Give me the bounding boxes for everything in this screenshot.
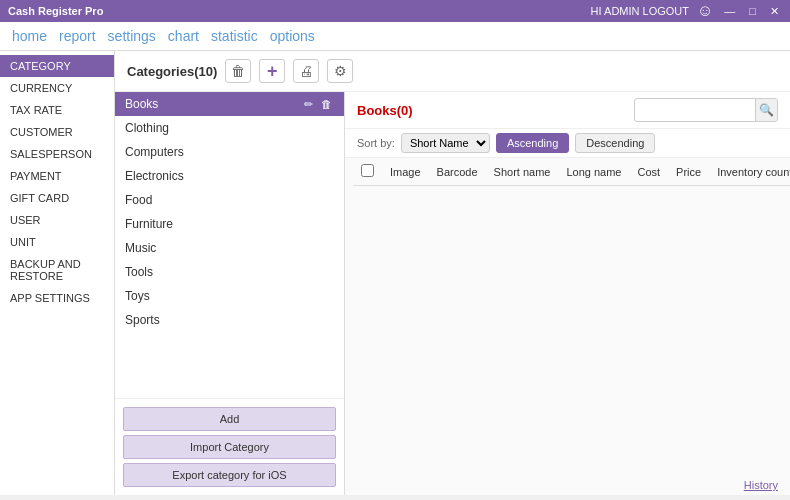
title-bar-controls: HI ADMIN LOGOUT ☺ — □ ✕: [591, 2, 782, 20]
category-item-computers[interactable]: Computers: [115, 140, 344, 164]
category-header: Categories(10) 🗑 + 🖨 ⚙: [115, 51, 790, 92]
category-item-electronics[interactable]: Electronics: [115, 164, 344, 188]
user-info: HI ADMIN LOGOUT: [591, 5, 689, 17]
search-button[interactable]: 🔍: [755, 99, 777, 121]
sidebar-item-customer[interactable]: CUSTOMER: [0, 121, 114, 143]
product-table: Image Barcode Short name Long name Cost …: [353, 158, 790, 186]
category-name: Food: [125, 193, 152, 207]
close-button[interactable]: ✕: [767, 5, 782, 18]
th-shortname: Short name: [486, 158, 559, 186]
sidebar-item-category[interactable]: CATEGORY: [0, 55, 114, 77]
settings-button[interactable]: ⚙: [327, 59, 353, 83]
category-item-actions: ✏🗑: [302, 98, 334, 111]
category-item-furniture[interactable]: Furniture: [115, 212, 344, 236]
sidebar: CATEGORYCURRENCYTAX RATECUSTOMERSALESPER…: [0, 51, 115, 495]
import-category-button[interactable]: Import Category: [123, 435, 336, 459]
add-category-button[interactable]: +: [259, 59, 285, 83]
right-panel: Books(0) 🔍 Sort by: Short Name Long Name…: [345, 92, 790, 495]
edit-category-button[interactable]: ✏: [302, 98, 315, 111]
add-button[interactable]: Add: [123, 407, 336, 431]
ascending-button[interactable]: Ascending: [496, 133, 569, 153]
category-name: Furniture: [125, 217, 173, 231]
table-header-row: Image Barcode Short name Long name Cost …: [353, 158, 790, 186]
nav-link-home[interactable]: home: [12, 28, 47, 44]
sidebar-item-tax-rate[interactable]: TAX RATE: [0, 99, 114, 121]
history-link[interactable]: History: [345, 475, 790, 495]
category-name: Tools: [125, 265, 153, 279]
category-item-music[interactable]: Music: [115, 236, 344, 260]
sidebar-item-unit[interactable]: UNIT: [0, 231, 114, 253]
category-item-sports[interactable]: Sports: [115, 308, 344, 332]
checkbox-col-header: [353, 158, 382, 186]
sort-label: Sort by:: [357, 137, 395, 149]
table-area: Image Barcode Short name Long name Cost …: [345, 158, 790, 475]
th-price: Price: [668, 158, 709, 186]
category-list: Books✏🗑ClothingComputersElectronicsFoodF…: [115, 92, 344, 398]
two-panel: Books✏🗑ClothingComputersElectronicsFoodF…: [115, 92, 790, 495]
delete-button[interactable]: 🗑: [225, 59, 251, 83]
top-nav: homereportsettingschartstatisticoptions: [0, 22, 790, 51]
th-longname: Long name: [558, 158, 629, 186]
select-all-checkbox[interactable]: [361, 164, 374, 177]
nav-link-statistic[interactable]: statistic: [211, 28, 258, 44]
search-box: 🔍: [634, 98, 778, 122]
category-item-food[interactable]: Food: [115, 188, 344, 212]
th-barcode: Barcode: [429, 158, 486, 186]
th-cost: Cost: [629, 158, 668, 186]
category-name: Music: [125, 241, 156, 255]
category-name: Computers: [125, 145, 184, 159]
sidebar-item-user[interactable]: USER: [0, 209, 114, 231]
left-panel: Books✏🗑ClothingComputersElectronicsFoodF…: [115, 92, 345, 495]
app-title: Cash Register Pro: [8, 5, 103, 17]
category-item-tools[interactable]: Tools: [115, 260, 344, 284]
export-category-button[interactable]: Export category for iOS: [123, 463, 336, 487]
sidebar-item-salesperson[interactable]: SALESPERSON: [0, 143, 114, 165]
sort-bar: Sort by: Short Name Long Name Price Cost…: [345, 129, 790, 158]
category-name: Toys: [125, 289, 150, 303]
delete-category-button[interactable]: 🗑: [319, 98, 334, 111]
sidebar-item-currency[interactable]: CURRENCY: [0, 77, 114, 99]
nav-link-report[interactable]: report: [59, 28, 96, 44]
print-button[interactable]: 🖨: [293, 59, 319, 83]
sidebar-item-app-settings[interactable]: APP SETTINGS: [0, 287, 114, 309]
category-name: Electronics: [125, 169, 184, 183]
category-name: Clothing: [125, 121, 169, 135]
minimize-button[interactable]: —: [721, 5, 738, 17]
sidebar-item-payment[interactable]: PAYMENT: [0, 165, 114, 187]
sidebar-item-gift-card[interactable]: GIFT CARD: [0, 187, 114, 209]
category-name: Books: [125, 97, 158, 111]
content-area: Categories(10) 🗑 + 🖨 ⚙ Books✏🗑ClothingCo…: [115, 51, 790, 495]
th-inventory: Inventory count: [709, 158, 790, 186]
right-panel-header: Books(0) 🔍: [345, 92, 790, 129]
descending-button[interactable]: Descending: [575, 133, 655, 153]
categories-title: Categories(10): [127, 64, 217, 79]
smiley-icon: ☺: [697, 2, 713, 20]
books-title: Books(0): [357, 103, 413, 118]
th-image: Image: [382, 158, 429, 186]
nav-link-options[interactable]: options: [270, 28, 315, 44]
main-layout: CATEGORYCURRENCYTAX RATECUSTOMERSALESPER…: [0, 51, 790, 495]
sidebar-item-backup-and-restore[interactable]: BACKUP AND RESTORE: [0, 253, 114, 287]
search-input[interactable]: [635, 104, 755, 116]
category-item-toys[interactable]: Toys: [115, 284, 344, 308]
category-item-clothing[interactable]: Clothing: [115, 116, 344, 140]
category-name: Sports: [125, 313, 160, 327]
maximize-button[interactable]: □: [746, 5, 759, 17]
nav-link-settings[interactable]: settings: [108, 28, 156, 44]
nav-link-chart[interactable]: chart: [168, 28, 199, 44]
title-bar: Cash Register Pro HI ADMIN LOGOUT ☺ — □ …: [0, 0, 790, 22]
left-panel-footer: Add Import Category Export category for …: [115, 398, 344, 495]
category-item-books[interactable]: Books✏🗑: [115, 92, 344, 116]
nav-links: homereportsettingschartstatisticoptions: [12, 28, 315, 44]
sort-select[interactable]: Short Name Long Name Price Cost: [401, 133, 490, 153]
